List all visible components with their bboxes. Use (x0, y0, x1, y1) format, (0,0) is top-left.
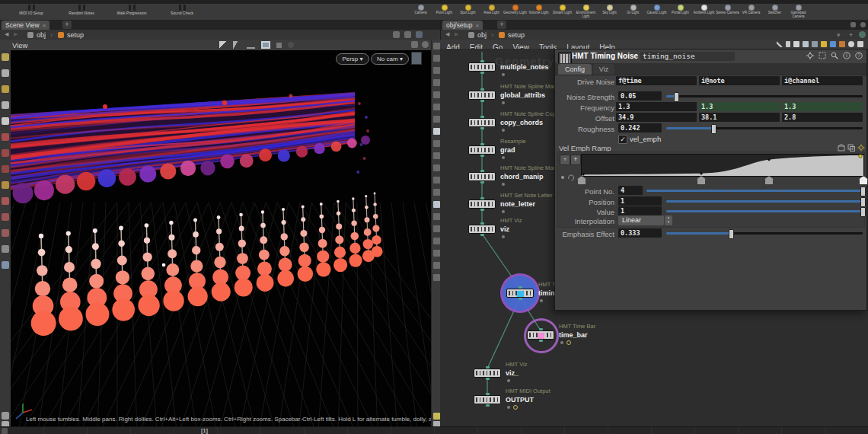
display-option-icon[interactable] (433, 104, 440, 110)
display-option-icon[interactable] (433, 128, 440, 135)
pane-maximize-icon[interactable] (850, 22, 856, 27)
value-slider[interactable] (666, 210, 863, 212)
shelf-tool-environment-light[interactable]: Environment Light (574, 4, 598, 20)
display-flag[interactable] (540, 299, 543, 302)
offset-field-1[interactable]: 34.9 (616, 113, 697, 122)
display-option-icon[interactable] (433, 140, 440, 147)
path-target-icon[interactable] (859, 31, 866, 38)
viewport-layout-icon[interactable] (411, 41, 418, 48)
display-option-icon[interactable] (433, 189, 440, 196)
node-viz[interactable]: HMT Viz viz (468, 225, 496, 234)
shelf-tool-volume-light[interactable]: Volume Light (527, 4, 550, 20)
info-icon[interactable]: i (843, 52, 850, 59)
shelf-tool-area-light[interactable]: Area Light (480, 4, 503, 20)
path-add-icon[interactable]: + (849, 31, 853, 39)
position-field[interactable]: 1 (618, 196, 662, 206)
nav-forward-icon[interactable]: ▶ (14, 31, 18, 37)
point-no-slider[interactable] (646, 190, 863, 192)
shelf-tool-stereo-camera[interactable]: Stereo Camera (716, 4, 739, 20)
display-option-icon[interactable] (433, 413, 440, 420)
shelf-tool-point-light[interactable]: Point Light (432, 4, 456, 20)
display-flag[interactable] (560, 341, 563, 344)
display-option-icon[interactable] (433, 55, 440, 62)
point-no-field[interactable]: 4 (618, 186, 643, 195)
network-editor[interactable]: Geometry multiple_notes HMT Note Spline … (440, 49, 868, 426)
shelf-tool-geometry-light[interactable]: Geometry Light (503, 4, 527, 20)
shelf-tool-distant-light[interactable]: Distant Light (550, 4, 574, 20)
split-panel-icon[interactable] (803, 41, 809, 47)
display-option-icon[interactable] (433, 262, 440, 269)
viewport-tool-icon[interactable] (2, 213, 9, 221)
tab-viz[interactable]: Viz (593, 64, 614, 75)
breadcrumb-setup[interactable]: setup (508, 31, 525, 39)
shelf-tool-walk-progression[interactable]: Walk Progression (107, 4, 157, 20)
node-chord-manip[interactable]: HMT Note Spline Manip chord_manip (468, 172, 496, 181)
tab-close-icon[interactable]: × (43, 22, 46, 29)
ramp-copy-icon[interactable] (847, 144, 855, 152)
ramp-delete-point-button[interactable]: ▫ (560, 155, 570, 165)
display-option-icon[interactable] (433, 152, 440, 159)
viewport-tool-icon[interactable] (2, 165, 9, 173)
shelf-tool-ambient-light[interactable]: Ambient Light (692, 4, 716, 20)
display-option-icon[interactable] (433, 43, 440, 49)
display-option-icon[interactable] (433, 164, 440, 171)
vel-emph-checkbox[interactable]: ✓ (618, 135, 627, 144)
breadcrumb-setup[interactable]: setup (67, 31, 84, 39)
drive-noise-field-1[interactable]: f@time (616, 76, 697, 85)
translate-handle-icon[interactable] (233, 41, 241, 49)
display-option-icon[interactable] (433, 225, 440, 232)
tab-config[interactable]: Config (558, 64, 592, 75)
display-flag[interactable] (502, 156, 505, 159)
frequency-field-2[interactable]: 1.3 (699, 102, 780, 111)
flag-icon[interactable] (786, 41, 790, 47)
ramp-add-point-button[interactable]: + (570, 155, 581, 165)
frequency-field-3[interactable]: 1.3 (782, 102, 863, 111)
node-timing-noise-selected[interactable]: HMT Timing Noise timing_noise (506, 289, 534, 298)
new-tab-button[interactable]: + (497, 21, 506, 29)
noise-strength-slider[interactable] (666, 95, 863, 97)
viewport-tool-icon[interactable] (2, 261, 9, 269)
display-flag[interactable] (502, 235, 505, 238)
tab-close-icon[interactable]: × (476, 22, 480, 29)
node-viz2[interactable]: HMT Viz viz_ (474, 369, 501, 378)
camera-select-button[interactable]: No cam ▾ (371, 53, 409, 65)
shelf-tool-caustic-light[interactable]: Caustic Light (645, 4, 669, 20)
display-flag[interactable] (507, 379, 510, 382)
display-option-icon[interactable] (433, 213, 440, 220)
parameter-panel-titlebar[interactable]: HMT Timing Noise timing_noise i ? (555, 49, 866, 64)
interpolation-dropdown[interactable]: Linear (618, 215, 664, 225)
viewport-tool-icon[interactable] (2, 412, 9, 420)
viewport-tool-icon[interactable] (2, 69, 9, 77)
viewport-tool-icon[interactable] (2, 149, 9, 157)
value-field[interactable]: 1 (618, 206, 662, 215)
display-flag[interactable] (502, 210, 505, 213)
display-flag[interactable] (502, 101, 505, 104)
display-option-icon[interactable] (433, 201, 440, 208)
viewport-tool-icon[interactable] (2, 133, 9, 141)
nav-back-icon[interactable]: ◀ (5, 31, 8, 37)
help-icon[interactable]: ? (855, 52, 863, 59)
shelf-tool-spot-light[interactable]: Spot Light (456, 4, 480, 20)
grid-snap-icon[interactable] (276, 43, 282, 48)
shelf-tool-gi-light[interactable]: GI Light (621, 4, 645, 20)
ramp-presets-icon[interactable] (838, 144, 845, 152)
nav-forward-icon[interactable]: ▶ (455, 31, 458, 37)
breadcrumb-obj[interactable]: obj (477, 31, 487, 39)
search-icon[interactable] (831, 52, 838, 59)
interpolation-spinner[interactable]: ▲▼ (665, 215, 672, 225)
snapshot-view-icon[interactable] (261, 41, 270, 49)
scene-viewport[interactable]: Persp ▾ No cam ▾ Left mouse tumbles. Mid… (11, 50, 431, 426)
drive-noise-field-3[interactable]: i@channel (782, 76, 863, 85)
persp-view-button[interactable]: Persp ▾ (336, 53, 369, 65)
display-option-icon[interactable] (433, 91, 440, 98)
viewport-help-icon[interactable] (422, 41, 429, 48)
pathbar-settings-icon[interactable] (416, 31, 423, 38)
node-grad[interactable]: Resample grad (468, 145, 496, 155)
display-option-icon[interactable] (433, 238, 440, 244)
offset-field-2[interactable]: 38.1 (699, 113, 780, 122)
new-tab-button[interactable]: + (62, 21, 72, 29)
shelf-tool-camera[interactable]: Camera (409, 4, 432, 20)
list-view-icon[interactable] (793, 41, 799, 47)
drive-noise-field-2[interactable]: i@note (699, 76, 780, 85)
info-panel-icon[interactable] (830, 41, 836, 47)
